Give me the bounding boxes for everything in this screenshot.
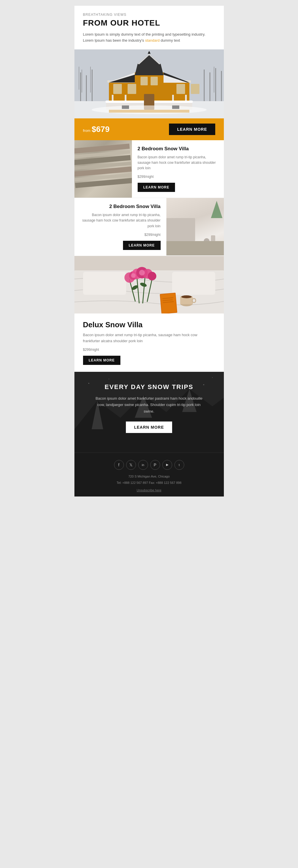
hero-image: [74, 50, 224, 118]
svg-point-54: [139, 270, 145, 276]
svg-rect-8: [204, 69, 205, 101]
intro-text-line1: Lorem Ipsum is simply dummy text of the …: [83, 32, 206, 36]
tumblr-icon[interactable]: t: [174, 460, 184, 470]
svg-rect-10: [215, 68, 216, 101]
svg-point-74: [175, 380, 175, 381]
svg-rect-12: [221, 71, 222, 101]
svg-rect-41: [83, 272, 126, 295]
snow-trips-section: EVERY DAY SNOW TRIPS Bacon ipsum dolor a…: [74, 372, 224, 453]
svg-rect-11: [214, 67, 214, 93]
instagram-icon[interactable]: in: [138, 460, 148, 470]
intro-link[interactable]: standard: [145, 38, 160, 42]
svg-point-72: [109, 379, 109, 379]
from-label: from: [83, 128, 91, 133]
snow-content: EVERY DAY SNOW TRIPS Bacon ipsum dolor a…: [83, 383, 215, 441]
svg-rect-7: [90, 67, 91, 93]
youtube-icon[interactable]: ▶: [162, 460, 172, 470]
snow-trips-desc: Bacon ipsum dolor amet frankfurter pastr…: [94, 395, 204, 414]
svg-point-36: [92, 105, 207, 114]
card1-price: $299/night: [138, 174, 218, 179]
card2: 2 Bedroom Snow Villa Bacon ipsum dolor a…: [74, 198, 224, 256]
svg-rect-33: [176, 84, 185, 94]
card2-price: $299/night: [80, 232, 161, 237]
card2-title: 2 Bedroom Snow Villa: [80, 204, 161, 210]
svg-point-52: [148, 272, 156, 280]
learn-more-button-card2[interactable]: Learn More: [123, 241, 161, 250]
card1: 2 Bedroom Snow Villa Bacon ipsum dolor a…: [74, 140, 224, 198]
card2-price-suffix: /night: [152, 233, 160, 237]
flowers-svg: [74, 256, 224, 313]
svg-rect-6: [92, 69, 92, 101]
pinterest-icon[interactable]: P: [150, 460, 160, 470]
social-icons-group: f 𝕏 in P ▶ t: [80, 460, 218, 470]
card1-title: 2 Bedroom Snow Villa: [138, 146, 218, 152]
svg-point-53: [131, 273, 136, 278]
svg-point-76: [212, 377, 213, 378]
learn-more-button-card1[interactable]: Learn More: [138, 183, 175, 192]
svg-rect-2: [80, 72, 81, 101]
svg-rect-37: [122, 105, 129, 109]
delux-price: $299/night: [83, 347, 215, 352]
unsubscribe-link[interactable]: Unsubscribe here: [80, 489, 218, 492]
price-banner: from $679 Learn More: [74, 118, 224, 140]
svg-rect-64: [192, 299, 196, 303]
footer-address: 720 S Michigan Ave, Chicago: [80, 474, 218, 479]
learn-more-button-snow[interactable]: Learn More: [126, 422, 172, 433]
snow-trips-title: EVERY DAY SNOW TRIPS: [83, 383, 215, 391]
card1-desc: Bacon ipsum dolor amet rump tri-tip pica…: [138, 155, 218, 171]
svg-rect-29: [141, 77, 148, 85]
svg-rect-31: [113, 84, 122, 94]
price-amount: $679: [92, 125, 110, 134]
flowers-image: [74, 256, 224, 313]
svg-rect-42: [172, 272, 215, 295]
facebook-icon[interactable]: f: [114, 460, 124, 470]
intro-text: Lorem Ipsum is simply dummy text of the …: [83, 32, 215, 44]
svg-rect-21: [135, 72, 163, 95]
svg-rect-5: [86, 75, 87, 101]
learn-more-button-hero[interactable]: Learn More: [169, 124, 215, 135]
page-container: Breathtaking Views FROM OUR HOTEL Lorem …: [74, 6, 224, 496]
svg-rect-32: [127, 84, 136, 94]
delux-section: Delux Snow Villa Bacon ipsum dolor amet …: [74, 313, 224, 372]
twitter-icon[interactable]: 𝕏: [126, 460, 136, 470]
delux-price-suffix: /night: [91, 348, 99, 352]
svg-rect-34: [191, 84, 200, 94]
footer: f 𝕏 in P ▶ t 720 S Michigan Ave, Chicago…: [74, 453, 224, 496]
intro-text-line3: dummy text: [159, 38, 180, 42]
svg-rect-38: [172, 105, 179, 109]
learn-more-button-delux[interactable]: Learn More: [83, 356, 121, 365]
card2-content: 2 Bedroom Snow Villa Bacon ipsum dolor a…: [74, 198, 167, 256]
card2-image: [167, 198, 224, 256]
hero-house-svg: [74, 50, 224, 118]
svg-rect-4: [82, 69, 82, 93]
delux-desc: Bacon ipsum dolor amet rump tri-tip pica…: [83, 332, 215, 344]
svg-point-65: [181, 296, 192, 298]
main-title: FROM OUR HOTEL: [83, 19, 215, 28]
card1-image: [74, 140, 132, 198]
room-image: [167, 198, 224, 255]
intro-text-line2: Lorem Ipsum has been the industry's: [83, 38, 145, 42]
footer-tel: Tel: +888 122 567 897 Fax: +888 122 567 …: [80, 480, 218, 486]
card2-desc: Bacon ipsum dolor amet rump tri-tip pica…: [80, 212, 161, 229]
header-section: Breathtaking Views FROM OUR HOTEL Lorem …: [74, 6, 224, 50]
pillow-image: [74, 140, 132, 198]
price-display: from $679: [83, 125, 110, 134]
svg-rect-58: [160, 293, 177, 313]
svg-rect-3: [79, 67, 79, 90]
card1-content: 2 Bedroom Snow Villa Bacon ipsum dolor a…: [132, 140, 224, 198]
svg-rect-9: [209, 72, 210, 101]
svg-rect-30: [151, 77, 158, 85]
card1-price-suffix: /night: [145, 175, 153, 179]
breathtaking-label: Breathtaking Views: [83, 13, 215, 17]
delux-title: Delux Snow Villa: [83, 320, 215, 329]
